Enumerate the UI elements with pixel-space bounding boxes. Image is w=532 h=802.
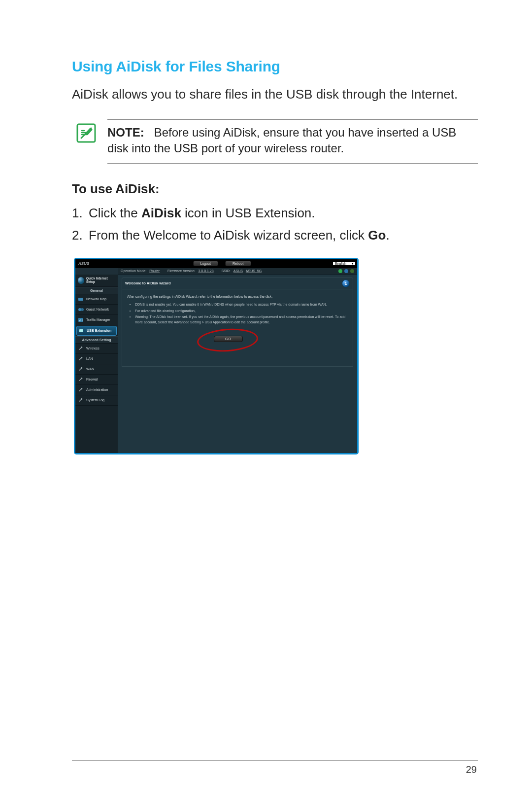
ssid-2[interactable]: ASUS_5G <box>246 269 262 273</box>
sidebar-item-administration[interactable]: Administration <box>75 385 118 395</box>
quick-internet-setup[interactable]: Quick Internet Setup <box>75 275 118 287</box>
svg-rect-7 <box>82 319 83 321</box>
page-heading: Using AiDisk for Files Sharing <box>72 58 478 75</box>
svg-rect-5 <box>79 320 80 321</box>
usb-icon <box>350 269 354 273</box>
ssid-1[interactable]: ASUS <box>233 269 243 273</box>
wizard-lead-text: After configuring the settings in AiDisk… <box>127 294 348 300</box>
sidebar-section-general: General <box>75 287 118 294</box>
sidebar-item-firewall[interactable]: Firewall <box>75 375 118 385</box>
sidebar-item-wan[interactable]: WAN <box>75 364 118 375</box>
highlight-circle <box>197 327 259 354</box>
wizard-bullet: Warning: The AiDisk had been set. If you… <box>135 314 348 325</box>
sidebar-item-label: Administration <box>86 388 108 391</box>
list-item: 1. Click the AiDisk icon in USB Extensio… <box>72 204 478 223</box>
step-number: 2. <box>72 226 89 245</box>
subheading: To use AiDisk: <box>72 181 478 197</box>
sidebar-item-label: Network Map <box>86 297 106 301</box>
reboot-button[interactable]: Reboot <box>225 261 251 266</box>
sidebar-item-lan[interactable]: LAN <box>75 354 118 364</box>
fw-label: Firmware Version: <box>167 269 195 273</box>
step-number: 1. <box>72 204 89 223</box>
sidebar-item-label: USB Extension <box>87 329 111 332</box>
wizard-bullet: DDNS is not enable yet. You can enable i… <box>135 302 348 308</box>
step-bold: Go <box>368 228 386 243</box>
wizard-title: Welcome to AiDisk wizard <box>125 281 171 285</box>
sidebar-item-usb-extension[interactable]: USB Extension <box>76 326 117 336</box>
steps-list: 1. Click the AiDisk icon in USB Extensio… <box>72 204 478 245</box>
wrench-icon <box>78 387 84 393</box>
sidebar-item-traffic-manager[interactable]: Traffic Manager <box>75 315 118 325</box>
wizard-bullet: For advanced file-sharing configuration, <box>135 309 348 314</box>
sidebar: Quick Internet Setup General Network Map… <box>75 275 118 453</box>
sidebar-item-system-log[interactable]: System Log <box>75 395 118 406</box>
wrench-icon <box>78 356 84 362</box>
fw-value[interactable]: 3.0.0.1.28 <box>198 269 213 273</box>
page-number: 29 <box>466 764 477 775</box>
network-map-icon <box>78 296 84 302</box>
wizard-panel: Welcome to AiDisk wizard 1 After configu… <box>118 275 357 453</box>
wrench-icon <box>78 397 84 403</box>
note-label: NOTE: <box>107 126 144 139</box>
sidebar-item-label: Wireless <box>86 347 100 350</box>
sidebar-item-label: Quick Internet Setup <box>86 277 115 284</box>
traffic-manager-icon <box>78 317 84 323</box>
guest-network-icon <box>78 307 84 313</box>
note-rule-bottom <box>107 163 478 164</box>
sidebar-item-label: LAN <box>86 357 93 360</box>
brand-logo: ASUS <box>75 261 118 266</box>
svg-rect-6 <box>81 319 82 321</box>
svg-rect-1 <box>78 298 83 301</box>
sidebar-item-label: Traffic Manager <box>86 318 110 321</box>
language-select[interactable]: English <box>333 262 355 265</box>
wizard-step-badge: 1 <box>342 279 350 287</box>
router-screenshot: ASUS Logout Reboot English Operation Mod… <box>74 258 359 454</box>
globe-icon <box>78 277 84 284</box>
sidebar-item-label: System Log <box>86 398 104 402</box>
sidebar-item-network-map[interactable]: Network Map <box>75 294 118 305</box>
step-text: From the Welcome to AiDisk wizard screen… <box>89 228 368 243</box>
ssid-label: SSID: <box>222 269 231 273</box>
logout-button[interactable]: Logout <box>193 261 218 266</box>
op-mode-label: Operation Mode: <box>121 269 146 273</box>
step-text: . <box>386 228 389 243</box>
step-text: Click the <box>89 206 141 220</box>
step-bold: AiDisk <box>141 206 181 220</box>
sidebar-item-guest-network[interactable]: Guest Network <box>75 305 118 315</box>
usb-extension-icon <box>78 328 84 334</box>
sidebar-item-label: WAN <box>86 367 94 371</box>
svg-point-3 <box>81 308 84 311</box>
intro-paragraph: AiDisk allows you to share files in the … <box>72 86 478 103</box>
note-text: Before using AiDisk, ensure that you hav… <box>107 126 456 155</box>
footer-rule <box>72 760 478 761</box>
wrench-icon <box>78 346 84 351</box>
sidebar-section-advanced: Advanced Setting <box>75 336 118 344</box>
op-mode-value[interactable]: Router <box>149 269 160 273</box>
status-bar: Operation Mode: Router Firmware Version:… <box>118 268 357 275</box>
sidebar-item-label: Firewall <box>86 378 98 381</box>
sidebar-item-wireless[interactable]: Wireless <box>75 344 118 354</box>
status-dot-icon <box>344 269 348 273</box>
status-dot-icon <box>338 269 342 273</box>
wrench-icon <box>78 377 84 383</box>
note-icon <box>76 123 97 143</box>
top-bar: ASUS Logout Reboot English <box>75 259 357 268</box>
note-block: NOTE: Before using AiDisk, ensure that y… <box>72 119 478 163</box>
svg-rect-8 <box>79 329 83 332</box>
step-text: icon in USB Extension. <box>181 206 315 220</box>
list-item: 2. From the Welcome to AiDisk wizard scr… <box>72 226 478 245</box>
sidebar-item-label: Guest Network <box>86 308 109 311</box>
wrench-icon <box>78 366 84 372</box>
